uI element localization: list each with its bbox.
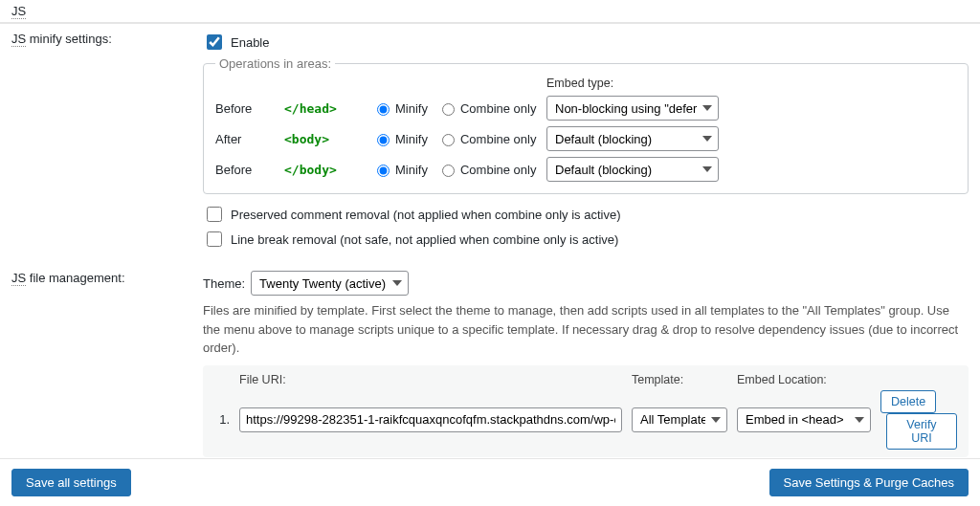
file-row-num: 1. <box>214 412 230 427</box>
label-preserved-comment: Preserved comment removal (not applied w… <box>231 208 621 222</box>
op-pos-1: After <box>215 132 273 146</box>
select-embed-2[interactable]: Default (blocking) <box>546 157 719 182</box>
op-pos-0: Before <box>215 101 273 116</box>
label-js-file-management: JS file management: <box>11 271 203 285</box>
bottom-bar: Save all settings Save Settings & Purge … <box>0 458 980 506</box>
fieldset-operations: Operations in areas: Embed type: Before … <box>203 56 969 194</box>
select-theme[interactable]: Twenty Twenty (active) <box>251 271 409 296</box>
radio-combine-1[interactable]: Combine only <box>437 131 537 146</box>
file-list-block: File URI: Template: Embed Location: 1. A… <box>203 365 969 457</box>
row-js-minify: JS minify settings: Enable Operations in… <box>11 32 969 253</box>
op-tag-1: <body> <box>284 132 361 146</box>
button-save-all[interactable]: Save all settings <box>11 469 131 496</box>
select-embed-0[interactable]: Non-blocking using "defer" <box>546 96 719 121</box>
file-row-1: 1. All Templates Embed in <head> Delete … <box>214 390 957 450</box>
button-save-purge[interactable]: Save Settings & Purge Caches <box>769 469 969 496</box>
op-pos-2: Before <box>215 163 273 177</box>
checkbox-minify-enable[interactable] <box>207 34 222 50</box>
section-tab-js: JS <box>0 0 980 23</box>
checkbox-line-break[interactable] <box>207 231 222 247</box>
select-embed-1[interactable]: Default (blocking) <box>546 126 719 151</box>
select-file-template[interactable]: All Templates <box>632 407 727 432</box>
row-js-file-management: JS file management: Theme: Twenty Twenty… <box>11 271 969 490</box>
radio-combine-0[interactable]: Combine only <box>437 100 537 116</box>
input-file-uri[interactable] <box>239 407 622 432</box>
desc-file-management: Files are minified by template. First se… <box>203 301 969 358</box>
radio-minify-2[interactable]: Minify <box>372 162 428 177</box>
col-file-uri: File URI: <box>239 373 622 386</box>
label-theme: Theme: <box>203 276 245 291</box>
radio-minify-1[interactable]: Minify <box>372 131 428 146</box>
select-file-embed[interactable]: Embed in <head> <box>737 407 871 432</box>
label-minify-enable: Enable <box>231 35 269 50</box>
radio-combine-2[interactable]: Combine only <box>437 162 537 177</box>
button-verify-uri[interactable]: Verify URI <box>886 413 957 450</box>
col-embed-location: Embed Location: <box>737 373 871 386</box>
legend-operations: Operations in areas: <box>215 56 335 71</box>
header-embed-type: Embed type: <box>546 77 719 90</box>
label-js-minify: JS minify settings: <box>11 32 203 46</box>
radio-minify-0[interactable]: Minify <box>372 100 428 116</box>
checkbox-preserved-comment[interactable] <box>207 207 222 222</box>
label-line-break: Line break removal (not safe, not applie… <box>231 232 618 247</box>
section-tab-label: JS <box>11 4 26 19</box>
op-tag-0: </head> <box>284 101 361 116</box>
col-template: Template: <box>632 373 727 386</box>
op-tag-2: </body> <box>284 163 361 177</box>
button-delete-file[interactable]: Delete <box>880 390 936 413</box>
